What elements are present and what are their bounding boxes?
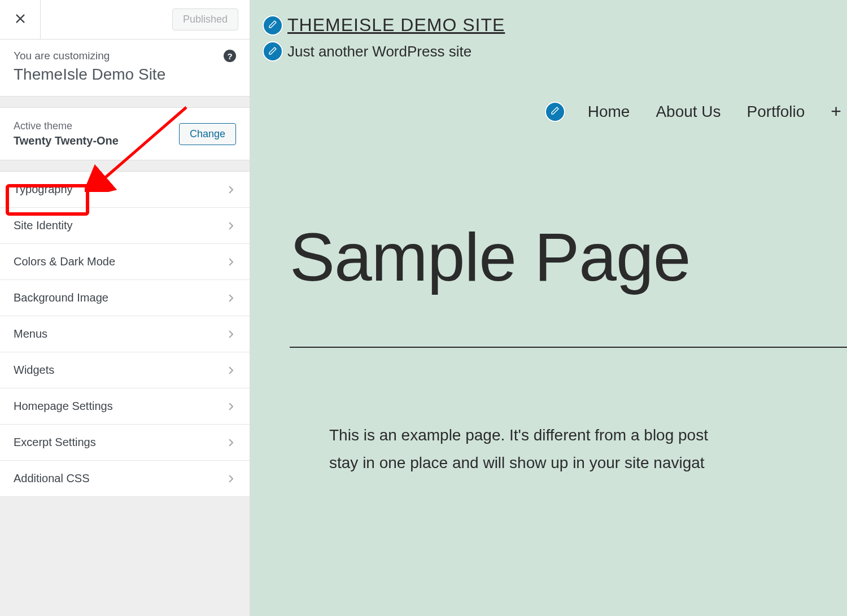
chevron-right-icon (226, 257, 236, 267)
close-icon (14, 12, 27, 27)
spacer (0, 160, 250, 172)
chevron-right-icon (226, 438, 236, 448)
nav-more-toggle[interactable]: + (831, 101, 841, 122)
customizer-top-bar: Published (0, 0, 250, 40)
site-tagline-row: Just another WordPress site (263, 41, 847, 62)
body-line: This is an example page. It's different … (329, 421, 847, 449)
site-title-link[interactable]: THEMEISLE DEMO SITE (287, 15, 505, 36)
customizing-label: You are customizing (14, 50, 236, 62)
customizer-menu: Typography Site Identity Colors & Dark M… (0, 172, 250, 497)
menu-item-label: Background Image (14, 291, 108, 304)
preview-primary-nav: Home About Us Portfolio + (250, 101, 847, 122)
menu-item-label: Excerpt Settings (14, 436, 96, 449)
preview-page-title: Sample Page (250, 218, 847, 296)
menu-item-site-identity[interactable]: Site Identity (0, 208, 250, 244)
chevron-right-icon (226, 401, 236, 412)
nav-link-home[interactable]: Home (588, 103, 630, 121)
pencil-icon (551, 106, 560, 117)
chevron-right-icon (226, 221, 236, 231)
edit-shortcut-tagline[interactable] (263, 41, 283, 62)
help-icon[interactable]: ? (224, 50, 236, 62)
chevron-right-icon (226, 329, 236, 339)
edit-shortcut-nav[interactable] (545, 102, 565, 122)
site-name-title: ThemeIsle Demo Site (14, 65, 236, 84)
customizer-sidebar: Published You are customizing ThemeIsle … (0, 0, 250, 616)
menu-item-menus[interactable]: Menus (0, 316, 250, 352)
menu-item-label: Colors & Dark Mode (14, 255, 115, 268)
menu-item-colors-dark-mode[interactable]: Colors & Dark Mode (0, 244, 250, 280)
live-preview: THEMEISLE DEMO SITE Just another WordPre… (250, 0, 847, 616)
chevron-right-icon (226, 185, 236, 195)
customizer-intro: You are customizing ThemeIsle Demo Site … (0, 40, 250, 97)
pencil-icon (268, 46, 277, 57)
chevron-right-icon (226, 293, 236, 303)
menu-item-label: Menus (14, 327, 47, 340)
active-theme-label: Active theme (14, 120, 119, 132)
menu-item-widgets[interactable]: Widgets (0, 352, 250, 388)
menu-item-excerpt-settings[interactable]: Excerpt Settings (0, 425, 250, 461)
edit-shortcut-site-title[interactable] (263, 15, 283, 36)
preview-site-header: THEMEISLE DEMO SITE Just another WordPre… (250, 0, 847, 62)
menu-item-background-image[interactable]: Background Image (0, 280, 250, 316)
site-title-row: THEMEISLE DEMO SITE (263, 15, 847, 36)
chevron-right-icon (226, 474, 236, 484)
menu-item-label: Homepage Settings (14, 400, 113, 413)
menu-item-label: Additional CSS (14, 472, 90, 485)
body-line: stay in one place and will show up in yo… (329, 449, 847, 477)
change-theme-button[interactable]: Change (179, 123, 236, 145)
menu-item-label: Widgets (14, 364, 54, 377)
nav-link-about-us[interactable]: About Us (656, 103, 721, 121)
preview-body-text: This is an example page. It's different … (250, 421, 847, 477)
chevron-right-icon (226, 365, 236, 375)
menu-item-label: Site Identity (14, 219, 73, 232)
close-button[interactable] (0, 0, 41, 40)
menu-item-label: Typography (14, 183, 73, 196)
menu-item-additional-css[interactable]: Additional CSS (0, 461, 250, 497)
nav-link-portfolio[interactable]: Portfolio (747, 103, 805, 121)
active-theme-row: Active theme Twenty Twenty-One Change (0, 108, 250, 160)
menu-item-homepage-settings[interactable]: Homepage Settings (0, 388, 250, 425)
publish-button[interactable]: Published (172, 8, 238, 30)
divider (290, 347, 847, 348)
pencil-icon (268, 20, 277, 30)
site-tagline: Just another WordPress site (287, 43, 471, 60)
menu-item-typography[interactable]: Typography (0, 172, 250, 208)
spacer (0, 97, 250, 108)
active-theme-name: Twenty Twenty-One (14, 134, 119, 147)
